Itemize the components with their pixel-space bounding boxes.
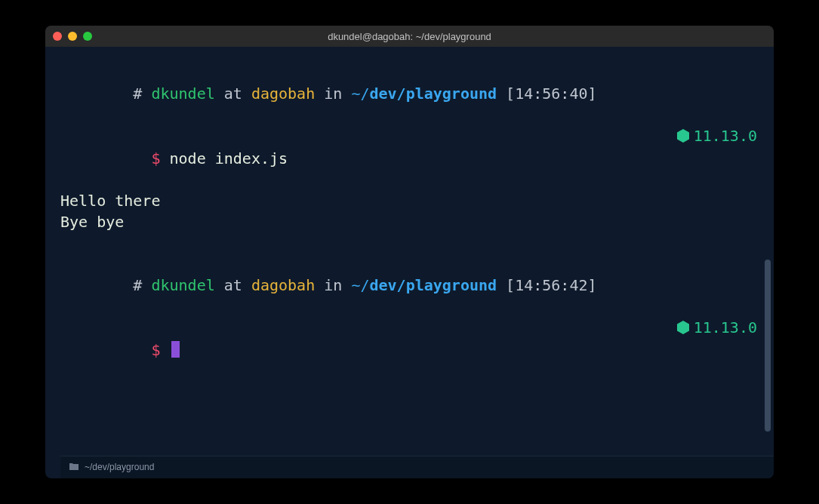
path-prefix: ~/: [351, 276, 369, 294]
minimize-icon[interactable]: [68, 32, 77, 41]
hexagon-icon: [677, 129, 689, 143]
blank-line: [60, 232, 757, 254]
node-version-badge: 11.13.0: [677, 317, 757, 338]
node-version-badge: 11.13.0: [677, 125, 757, 146]
cursor: [171, 341, 180, 358]
timestamp: [14:56:40]: [506, 85, 596, 103]
scrollbar-thumb[interactable]: [765, 260, 771, 432]
hash-symbol: #: [133, 276, 142, 294]
svg-marker-1: [677, 321, 689, 334]
version-text: 11.13.0: [694, 125, 757, 146]
command-text: node index.js: [170, 149, 288, 167]
context-line: # dkundel at dagobah in ~/dev/playground…: [60, 62, 757, 125]
terminal-content[interactable]: # dkundel at dagobah in ~/dev/playground…: [60, 62, 774, 456]
at-word: at: [224, 85, 242, 103]
timestamp: [14:56:42]: [506, 276, 596, 294]
hostname: dagobah: [251, 85, 315, 103]
terminal-window: dkundel@dagobah: ~/dev/playground # dkun…: [45, 26, 774, 478]
traffic-lights: [53, 32, 92, 41]
path-bold: dev/playground: [369, 276, 497, 294]
tab-bar: ~/dev/playground: [60, 456, 774, 478]
prompt-line: $ 11.13.0: [60, 317, 757, 382]
hostname: dagobah: [251, 276, 315, 294]
path-prefix: ~/: [351, 85, 369, 103]
svg-marker-0: [677, 129, 689, 143]
at-word: at: [224, 276, 242, 294]
prompt-line: $ node index.js 11.13.0: [60, 125, 757, 190]
path-bold: dev/playground: [369, 85, 497, 103]
folder-icon: [69, 461, 79, 474]
context-line: # dkundel at dagobah in ~/dev/playground…: [60, 254, 757, 317]
username: dkundel: [151, 276, 214, 294]
maximize-icon[interactable]: [83, 32, 92, 41]
terminal-body[interactable]: # dkundel at dagobah in ~/dev/playground…: [45, 47, 774, 478]
in-word: in: [324, 276, 342, 294]
output-line: Bye bye: [60, 211, 757, 232]
scrollbar[interactable]: [763, 62, 771, 448]
username: dkundel: [151, 85, 214, 103]
close-icon[interactable]: [53, 32, 62, 41]
in-word: in: [324, 85, 342, 103]
titlebar[interactable]: dkundel@dagobah: ~/dev/playground: [45, 26, 774, 47]
hexagon-icon: [677, 321, 689, 334]
prompt-symbol: $: [151, 341, 160, 359]
hash-symbol: #: [133, 85, 142, 103]
window-title: dkundel@dagobah: ~/dev/playground: [328, 31, 491, 42]
version-text: 11.13.0: [694, 317, 757, 338]
prompt-symbol: $: [151, 149, 160, 167]
output-line: Hello there: [60, 190, 757, 211]
tab-label[interactable]: ~/dev/playground: [85, 461, 154, 474]
